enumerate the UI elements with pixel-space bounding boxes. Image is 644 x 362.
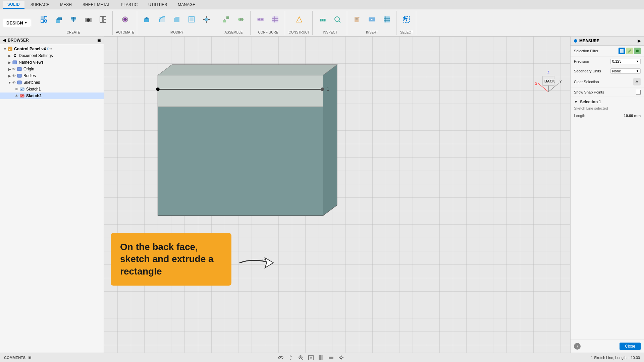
filter-icon-vertices[interactable] — [634, 48, 641, 54]
tree-arrow-sketches: ▼ — [7, 80, 12, 85]
joint-btn[interactable] — [234, 11, 248, 27]
extrude-btn[interactable] — [52, 11, 65, 27]
insert-btn2[interactable] — [365, 11, 379, 27]
tab-utilities[interactable]: UTILITIES — [144, 1, 172, 8]
svg-point-33 — [238, 18, 241, 21]
tab-plastic[interactable]: PLASTIC — [116, 1, 142, 8]
clear-selection-button[interactable] — [633, 78, 641, 85]
svg-point-37 — [258, 18, 260, 20]
sketch2-icon — [19, 93, 25, 99]
3d-scene-svg: 1 — [104, 37, 570, 353]
tree-item-root[interactable]: ▼ v Control Panel v4 R ⟳ — [0, 46, 104, 52]
tab-solid[interactable]: SOLID — [3, 1, 24, 9]
tool-group-create: CREATE — [35, 11, 113, 35]
length-label: Length — [574, 114, 585, 118]
svg-rect-24 — [190, 18, 193, 21]
tree-label-bodies: Bodies — [23, 73, 36, 78]
tree-item-named-views[interactable]: ▶ Named Views — [0, 59, 104, 66]
new-component-btn[interactable] — [37, 11, 51, 27]
configure2-btn[interactable] — [269, 11, 282, 27]
selection-collapse-icon[interactable]: ▼ — [574, 100, 578, 104]
svg-text:BACK: BACK — [544, 79, 555, 83]
tree-item-sketch1[interactable]: 👁 Sketch1 — [0, 86, 104, 93]
fit-tool[interactable] — [307, 354, 315, 361]
design-button[interactable]: DESIGN ▼ — [3, 19, 31, 27]
more-display-tool[interactable] — [327, 354, 335, 361]
construct-label: CONSTRUCT — [288, 31, 310, 34]
origin-icon — [17, 66, 22, 72]
secondary-units-label: Secondary Units — [574, 69, 601, 73]
zoom-tool[interactable] — [297, 354, 305, 361]
secondary-units-input[interactable]: None ▼ — [610, 68, 641, 74]
revolve-btn[interactable] — [67, 11, 80, 27]
sidebar-collapse-icon[interactable]: ◀ — [3, 38, 6, 43]
tab-surface[interactable]: SURFACE — [26, 1, 54, 8]
bottom-tools — [277, 354, 345, 361]
length-value: 10.00 mm — [624, 114, 641, 118]
inspect-label: INSPECT — [323, 31, 337, 34]
close-button[interactable]: Close — [620, 343, 641, 350]
instruction-box: On the back face, sketch and extrude a r… — [111, 233, 231, 286]
view-cube[interactable]: X Y Z BACK — [533, 63, 564, 94]
tool-group-configure: CONFIGURE — [251, 11, 285, 35]
automate-label: AUTOMATE — [116, 31, 135, 34]
measure-expand-icon[interactable]: ▶ — [638, 39, 641, 43]
show-snap-checkbox[interactable] — [636, 90, 641, 95]
tree-item-origin[interactable]: ▶ 👁 Origin — [0, 66, 104, 72]
assemble-btn[interactable] — [219, 11, 233, 27]
tree-item-sketch2[interactable]: 👁 Sketch2 — [0, 93, 104, 99]
arrow-annotation — [236, 251, 277, 276]
filter-icon-edges[interactable] — [626, 48, 633, 54]
measure-row-filter: Selection Filter — [571, 46, 644, 57]
automate-btn[interactable] — [118, 11, 132, 27]
measure-row-clear: Clear Selection — [571, 76, 644, 88]
svg-point-91 — [636, 50, 639, 52]
selection-filter-label: Selection Filter — [574, 49, 598, 53]
measure-footer: i Close — [571, 340, 644, 353]
comments-expand-icon[interactable]: ▣ — [28, 356, 31, 359]
svg-rect-67 — [17, 74, 21, 77]
move-copy-btn[interactable] — [200, 11, 213, 27]
svg-rect-104 — [329, 357, 333, 359]
insert-btn[interactable] — [351, 11, 364, 27]
construct-btn[interactable] — [292, 11, 306, 27]
tree-arrow-origin: ▶ — [7, 67, 12, 71]
settings-tool[interactable] — [337, 354, 345, 361]
tab-manage[interactable]: MANAGE — [173, 1, 200, 8]
pan-tool[interactable] — [287, 354, 294, 361]
sidebar-collapse-right[interactable]: ▣ — [97, 38, 101, 43]
inspect-btn2[interactable] — [331, 11, 344, 27]
display-mode-tool[interactable] — [317, 354, 325, 361]
tab-row: SOLID SURFACE MESH SHEET METAL PLASTIC U… — [0, 0, 644, 9]
orbit-tool[interactable] — [277, 354, 284, 361]
bodies-icon — [17, 73, 22, 78]
shell-btn[interactable] — [185, 11, 198, 27]
sidebar-header: ◀ BROWSER ▣ — [0, 37, 104, 44]
eye-icon-origin: 👁 — [12, 67, 16, 71]
info-icon[interactable]: i — [574, 343, 581, 350]
svg-point-25 — [205, 18, 208, 21]
hole-btn[interactable] — [82, 11, 95, 27]
tab-sheet-metal[interactable]: SHEET METAL — [78, 1, 115, 8]
select-btn[interactable] — [400, 11, 413, 27]
measure-btn[interactable] — [316, 11, 329, 27]
svg-rect-51 — [355, 17, 359, 22]
configure-btn[interactable] — [254, 11, 267, 27]
insert-btn3[interactable] — [380, 11, 393, 27]
press-pull-btn[interactable] — [141, 11, 154, 27]
sketch1-icon — [19, 86, 25, 92]
fillet-btn[interactable] — [155, 11, 169, 27]
svg-point-34 — [241, 18, 244, 21]
measure-row-precision: Precision 0.123 ▼ — [571, 57, 644, 66]
tree-item-sketches[interactable]: ▼ 👁 Sketches — [0, 79, 104, 86]
viewport[interactable]: 1 On the back face, sketch and extrude a… — [104, 37, 570, 353]
eye-icon-bodies: 👁 — [12, 74, 16, 78]
more-create-btn[interactable] — [96, 11, 110, 27]
tree-item-bodies[interactable]: ▶ 👁 Bodies — [0, 72, 104, 79]
tree-item-doc-settings[interactable]: ▶ ⚙ Document Settings — [0, 52, 104, 59]
chamfer-btn[interactable] — [170, 11, 183, 27]
filter-icon-faces[interactable] — [619, 48, 625, 54]
tab-mesh[interactable]: MESH — [55, 1, 76, 8]
tool-group-modify: MODIFY — [138, 11, 216, 35]
precision-input[interactable]: 0.123 ▼ — [610, 59, 641, 64]
